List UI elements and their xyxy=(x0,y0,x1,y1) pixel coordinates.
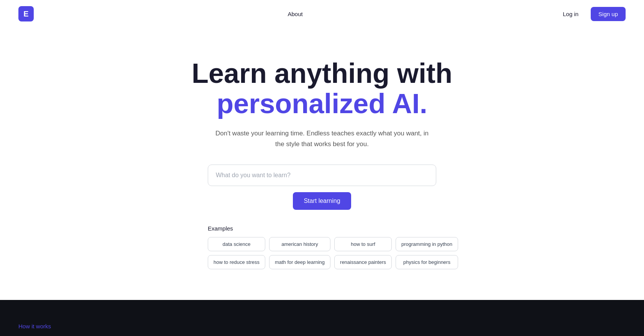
hero-subtitle: Don't waste your learning time. Endless … xyxy=(211,128,433,149)
signup-button[interactable]: Sign up xyxy=(591,7,626,21)
example-chip-renaissance-painters[interactable]: renaissance painters xyxy=(334,255,392,269)
hero-title-line1: Learn anything with xyxy=(192,58,452,89)
examples-section: Examples data science american history h… xyxy=(208,225,436,269)
start-learning-button[interactable]: Start learning xyxy=(293,192,351,210)
nav-link-about[interactable]: About xyxy=(288,11,303,17)
navbar: E About Log in Sign up xyxy=(0,0,644,28)
logo-text: E xyxy=(23,10,28,18)
nav-right: Log in Sign up xyxy=(557,7,626,21)
nav-links: About xyxy=(288,11,303,17)
hero-section: Learn anything with personalized AI. Don… xyxy=(0,28,644,300)
example-chip-physics-beginners[interactable]: physics for beginners xyxy=(396,255,458,269)
examples-grid: data science american history how to sur… xyxy=(208,237,436,269)
search-container xyxy=(208,165,436,186)
hero-title-line2: personalized AI. xyxy=(217,88,427,119)
example-chip-american-history[interactable]: american history xyxy=(269,237,330,251)
login-button[interactable]: Log in xyxy=(557,8,585,20)
how-it-works-label: How it works xyxy=(18,323,626,329)
examples-label: Examples xyxy=(208,225,436,232)
example-chip-programming-python[interactable]: programming in python xyxy=(396,237,458,251)
how-it-works-section: How it works Step 1 Step 2 Step 3 xyxy=(0,300,644,336)
logo[interactable]: E xyxy=(18,6,34,21)
example-chip-math-deep-learning[interactable]: math for deep learning xyxy=(269,255,330,269)
hero-title: Learn anything with personalized AI. xyxy=(192,58,452,119)
example-chip-how-to-surf[interactable]: how to surf xyxy=(334,237,392,251)
example-chip-data-science[interactable]: data science xyxy=(208,237,265,251)
search-input[interactable] xyxy=(208,165,436,186)
example-chip-reduce-stress[interactable]: how to reduce stress xyxy=(208,255,265,269)
